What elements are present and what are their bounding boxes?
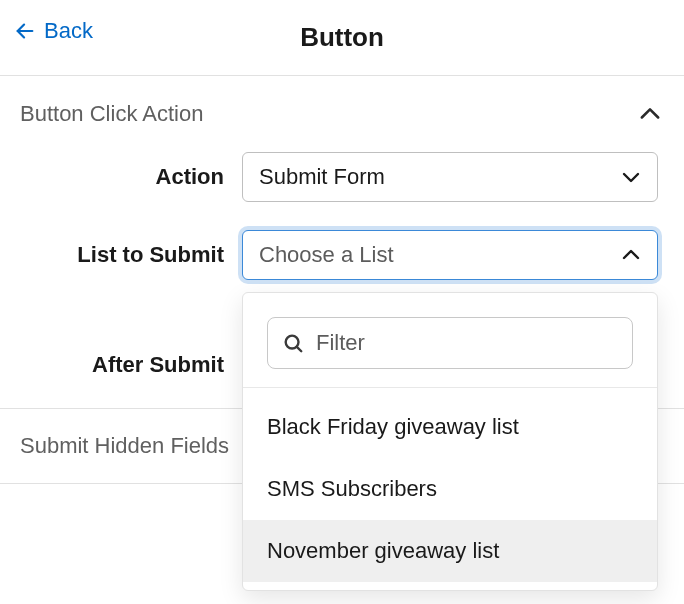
list-select-placeholder: Choose a List bbox=[259, 242, 394, 268]
chevron-up-icon bbox=[636, 100, 664, 128]
chevron-down-icon bbox=[619, 165, 643, 189]
dropdown-list: Black Friday giveaway list SMS Subscribe… bbox=[243, 388, 657, 590]
svg-line-2 bbox=[297, 347, 301, 351]
section-title: Submit Hidden Fields bbox=[20, 433, 229, 458]
list-item[interactable]: SMS Subscribers bbox=[243, 458, 657, 520]
row-list-to-submit: List to Submit Choose a List bbox=[26, 230, 658, 280]
action-label: Action bbox=[26, 164, 224, 190]
list-label: List to Submit bbox=[26, 242, 224, 268]
back-label: Back bbox=[44, 18, 93, 44]
arrow-left-icon bbox=[14, 20, 36, 42]
search-icon bbox=[282, 332, 304, 354]
list-select[interactable]: Choose a List bbox=[242, 230, 658, 280]
filter-input-wrap[interactable] bbox=[267, 317, 633, 369]
form-block: Action Submit Form List to Submit Choose… bbox=[0, 152, 684, 408]
action-select[interactable]: Submit Form bbox=[242, 152, 658, 202]
filter-input[interactable] bbox=[314, 329, 618, 357]
header: Back Button bbox=[0, 0, 684, 76]
page-title: Button bbox=[300, 22, 384, 53]
after-submit-label: After Submit bbox=[26, 352, 224, 378]
section-title: Button Click Action bbox=[20, 101, 203, 127]
dropdown-filter-row bbox=[243, 293, 657, 388]
section-button-click-action: Button Click Action Action Submit Form L… bbox=[0, 76, 684, 409]
list-dropdown: Black Friday giveaway list SMS Subscribe… bbox=[242, 292, 658, 591]
action-select-value: Submit Form bbox=[259, 164, 385, 190]
list-item[interactable]: November giveaway list bbox=[243, 520, 657, 582]
section-header[interactable]: Button Click Action bbox=[0, 76, 684, 152]
chevron-up-icon bbox=[619, 243, 643, 267]
list-item[interactable]: Black Friday giveaway list bbox=[243, 396, 657, 458]
back-button[interactable]: Back bbox=[14, 18, 93, 44]
row-action: Action Submit Form bbox=[26, 152, 658, 202]
